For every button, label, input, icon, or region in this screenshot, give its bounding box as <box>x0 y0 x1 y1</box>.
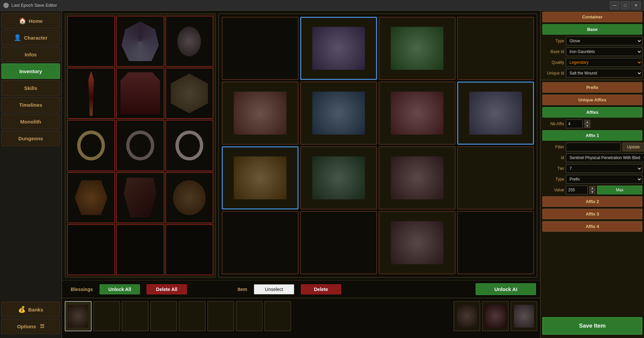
unique-id-select[interactable]: Salt the Wound <box>566 69 642 78</box>
inv-slot-6[interactable] <box>165 68 213 119</box>
affix3-button[interactable]: Affix 3 <box>542 209 642 219</box>
bank-slot-1[interactable] <box>65 301 92 331</box>
inv-slot-10[interactable] <box>67 172 115 223</box>
bank-slot-right-3[interactable] <box>511 301 537 331</box>
sidebar-item-monolith[interactable]: Monolith <box>1 114 60 129</box>
prefix-button[interactable]: Prefix <box>542 82 642 93</box>
inv-slot-3[interactable] <box>165 16 213 67</box>
tier-label: Tier <box>542 166 564 171</box>
char-slot-8[interactable] <box>457 82 534 145</box>
bank-slot-8[interactable] <box>264 301 291 331</box>
char-slot-14[interactable] <box>300 211 377 274</box>
app-icon <box>3 3 9 8</box>
value-up[interactable]: ▲ <box>589 186 595 190</box>
char-slots-grid <box>219 14 537 277</box>
char-slot-7[interactable] <box>379 82 455 145</box>
bank-slot-4[interactable] <box>150 301 177 331</box>
inv-slot-1[interactable] <box>67 16 115 67</box>
char-slot-6[interactable] <box>300 82 377 145</box>
affixs-button[interactable]: Affixs <box>542 107 642 117</box>
delete-button[interactable]: Delete <box>301 284 341 294</box>
container-button[interactable]: Container <box>542 12 642 22</box>
nb-affix-up[interactable]: ▲ <box>584 120 590 124</box>
max-button[interactable]: Max <box>597 186 642 194</box>
bank-slot-2[interactable] <box>93 301 120 331</box>
base-id-select[interactable]: Iron Gauntlets <box>566 47 642 56</box>
inv-slot-9[interactable] <box>165 120 213 171</box>
nb-affix-down[interactable]: ▼ <box>584 124 590 128</box>
id-select[interactable]: Sentinel Physical Penetration With Bled <box>566 153 644 162</box>
inv-slot-14[interactable] <box>116 224 164 275</box>
unselect-button[interactable]: Unselect <box>254 284 294 294</box>
unlock-ai-button[interactable]: Unlock AI <box>476 283 536 295</box>
unique-affixes-button[interactable]: Unique Affixs <box>542 95 642 105</box>
sidebar-item-options[interactable]: Options ☰ <box>1 319 60 334</box>
save-item-button[interactable]: Save Item <box>542 317 642 335</box>
bank-slot-right-2[interactable] <box>482 301 509 331</box>
sidebar-item-character[interactable]: 👤 Character <box>1 30 60 45</box>
inv-item-ring3 <box>175 131 204 160</box>
affix1-button[interactable]: Affix 1 <box>542 130 642 141</box>
sidebar-item-timelines[interactable]: Timelines <box>1 97 60 112</box>
sidebar-item-inventory[interactable]: Inventory <box>1 63 60 79</box>
close-button[interactable]: ✕ <box>631 1 641 9</box>
char-slot-9[interactable] <box>222 146 299 209</box>
maximize-button[interactable]: □ <box>621 1 630 9</box>
type-row: Type Glove Helmet Body Armour Boots <box>542 37 642 45</box>
char-slot-4[interactable] <box>457 17 534 80</box>
base-button[interactable]: Base <box>542 24 642 35</box>
inv-item-helm <box>121 21 159 61</box>
minimize-button[interactable]: — <box>610 1 619 9</box>
character-icon: 👤 <box>14 34 21 41</box>
char-slot-1[interactable] <box>222 17 299 80</box>
inv-slot-2[interactable] <box>116 16 164 67</box>
unique-id-row: Unique Id Salt the Wound <box>542 69 642 78</box>
type2-select[interactable]: Prefix Suffix <box>566 175 642 184</box>
affix2-button[interactable]: Affix 2 <box>542 196 642 207</box>
inv-slot-4[interactable] <box>67 68 115 119</box>
bank-slot-right-1[interactable] <box>453 301 480 331</box>
sidebar-item-infos[interactable]: Infos <box>1 47 60 62</box>
update-button[interactable]: Update <box>623 143 644 151</box>
equipped-s4 <box>312 92 365 135</box>
char-slot-11[interactable] <box>379 146 455 209</box>
delete-all-button[interactable]: Delete All <box>147 284 187 294</box>
sidebar-item-dungeons[interactable]: Dungeons <box>1 131 60 146</box>
bank-slot-6[interactable] <box>207 301 234 331</box>
unlock-all-button[interactable]: Unlock All <box>100 284 140 294</box>
quality-select[interactable]: Legendary Unique Set <box>566 58 642 67</box>
nb-affix-label: Nb Affix <box>542 122 564 126</box>
type-select[interactable]: Glove Helmet Body Armour Boots <box>566 37 642 45</box>
char-slot-15[interactable] <box>379 211 455 274</box>
char-slot-3[interactable] <box>379 17 455 80</box>
char-slot-5[interactable] <box>222 82 299 145</box>
app-title: Last Epoch Save Editor <box>11 3 57 8</box>
value-down[interactable]: ▼ <box>589 190 595 194</box>
char-slot-13[interactable] <box>222 211 299 274</box>
nb-affix-input[interactable] <box>566 119 583 128</box>
sidebar-label-monolith: Monolith <box>20 119 41 125</box>
inv-slot-7[interactable] <box>67 120 115 171</box>
title-bar-left: Last Epoch Save Editor <box>3 3 57 8</box>
inv-slot-12[interactable] <box>165 172 213 223</box>
char-slot-helm[interactable] <box>300 17 377 80</box>
inv-slot-13[interactable] <box>67 224 115 275</box>
char-slot-12[interactable] <box>457 146 534 209</box>
bank-slot-7[interactable] <box>236 301 263 331</box>
inv-slot-11[interactable] <box>116 172 164 223</box>
bank-slot-5[interactable] <box>179 301 206 331</box>
inv-slot-15[interactable] <box>165 224 213 275</box>
char-slot-16[interactable] <box>457 211 534 274</box>
bank-slot-3[interactable] <box>122 301 149 331</box>
filter-input[interactable] <box>566 143 621 151</box>
sidebar-item-skills[interactable]: Skills <box>1 80 60 96</box>
value-input[interactable] <box>566 186 588 194</box>
char-slot-10[interactable] <box>300 146 377 209</box>
sidebar-item-banks[interactable]: 💰 Banks <box>1 302 60 317</box>
affix4-button[interactable]: Affix 4 <box>542 221 642 232</box>
tier-select[interactable]: 7 <box>566 164 642 173</box>
sidebar-item-home[interactable]: 🏠 Home <box>1 13 60 29</box>
inv-slot-5[interactable] <box>116 68 164 119</box>
inv-slot-8[interactable] <box>116 120 164 171</box>
blessings-label: Blessings <box>66 287 93 292</box>
